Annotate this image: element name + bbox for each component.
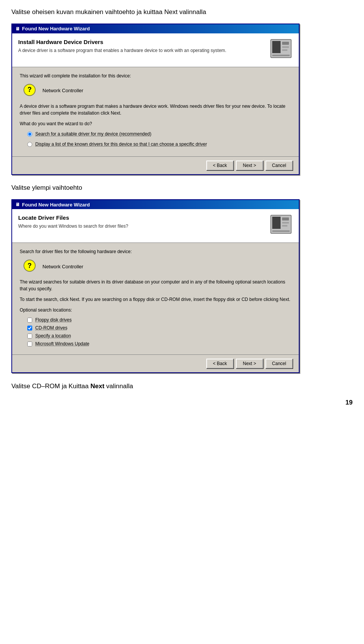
dialog2-checkbox-group: Floppy disk drives CD-ROM drives Specify…: [27, 317, 291, 346]
svg-rect-5: [272, 55, 290, 56]
dialog2-titlebar: 🖥 Found New Hardware Wizard: [12, 200, 299, 209]
dialog1-intro: This wizard will complete the installati…: [20, 72, 291, 79]
dialog2-intro: Search for driver files for the followin…: [20, 248, 291, 255]
mid-instruction: Valitse ylempi vaihtoehto: [11, 183, 353, 192]
bottom-bold: Next: [91, 383, 105, 390]
dialog2-device-name: Network Controller: [42, 264, 83, 269]
hardware-icon-2: [270, 214, 292, 234]
dialog2-cancel-button[interactable]: Cancel: [265, 359, 293, 368]
radio-search-label[interactable]: Search for a suitable driver for my devi…: [35, 131, 151, 137]
dialog1-header-icon: [270, 39, 293, 61]
dialog2-next-button[interactable]: Next >: [236, 359, 263, 368]
titlebar-icon: 🖥: [15, 26, 20, 31]
dialog1-question: What do you want the wizard to do?: [20, 120, 291, 127]
question-icon: ?: [24, 84, 37, 98]
dialog1-title: Found New Hardware Wizard: [22, 26, 90, 31]
dialog2-header-title: Locate Driver Files: [18, 214, 266, 221]
dialog2-header-icon: [270, 214, 293, 237]
dialog2-checkbox-item-4: Microsoft Windows Update: [27, 341, 291, 346]
svg-rect-1: [272, 41, 281, 53]
bottom-instruction: Valitse CD–ROM ja Kuittaa Next valinnall…: [11, 381, 353, 391]
dialog1-header: Install Hardware Device Drivers A device…: [12, 33, 299, 67]
checkbox-cdrom[interactable]: [27, 326, 32, 331]
dialog1-header-text: Install Hardware Device Drivers A device…: [18, 39, 266, 54]
checkbox-cdrom-label[interactable]: CD-ROM drives: [35, 325, 67, 331]
checkbox-specify[interactable]: [27, 334, 32, 339]
dialog2-checkbox-item-3: Specify a location: [27, 333, 291, 339]
svg-rect-10: [282, 225, 287, 227]
titlebar2-icon: 🖥: [15, 202, 20, 207]
checkbox-winupdate[interactable]: [27, 342, 32, 346]
dialog1-content: This wizard will complete the installati…: [12, 67, 299, 157]
svg-rect-4: [282, 49, 287, 51]
dialog2-footer: < Back Next > Cancel: [12, 354, 299, 372]
dialog2-body-text2: To start the search, click Next. If you …: [20, 296, 291, 303]
dialog2-checkbox-item-2: CD-ROM drives: [27, 325, 291, 331]
radio-search[interactable]: [27, 132, 32, 137]
dialog2-body: Locate Driver Files Where do you want Wi…: [12, 209, 299, 372]
dialog2-window: 🖥 Found New Hardware Wizard Locate Drive…: [11, 199, 300, 373]
dialog2-back-button[interactable]: < Back: [206, 359, 234, 368]
bottom-suffix: valinnalla: [104, 383, 133, 390]
dialog2-optional-label: Optional search locations:: [20, 307, 291, 313]
dialog1-footer: < Back Next > Cancel: [12, 156, 299, 174]
dialog1-cancel-button[interactable]: Cancel: [265, 161, 293, 170]
dialog2-header: Locate Driver Files Where do you want Wi…: [12, 209, 299, 243]
dialog1-header-title: Install Hardware Device Drivers: [18, 39, 266, 45]
dialog1-back-button[interactable]: < Back: [206, 161, 234, 170]
dialog2-header-text: Locate Driver Files Where do you want Wi…: [18, 214, 266, 230]
dialog2-title: Found New Hardware Wizard: [22, 202, 90, 208]
svg-rect-2: [282, 42, 289, 45]
radio-display-label[interactable]: Display a list of the known drivers for …: [35, 141, 207, 148]
bottom-dash: –: [41, 383, 45, 390]
dialog1-body: Install Hardware Device Drivers A device…: [12, 33, 299, 175]
dialog1-header-subtitle: A device driver is a software program th…: [18, 47, 231, 54]
dialog1-device-name: Network Controller: [42, 88, 83, 93]
svg-rect-9: [282, 222, 289, 224]
svg-rect-8: [282, 217, 289, 220]
dialog1-window: 🖥 Found New Hardware Wizard Install Hard…: [11, 24, 300, 175]
dialog1-radio-group: Search for a suitable driver for my devi…: [27, 131, 291, 148]
dialog2-content: Search for driver files for the followin…: [12, 243, 299, 354]
dialog1-body-text: A device driver is a software program th…: [20, 103, 291, 117]
dialog2-device-row: ? Network Controller: [24, 260, 291, 273]
svg-rect-7: [272, 217, 281, 229]
dialog2-checkbox-item-1: Floppy disk drives: [27, 317, 291, 323]
hardware-icon: [270, 39, 292, 58]
checkbox-specify-label[interactable]: Specify a location: [35, 333, 71, 339]
dialog1-device-row: ? Network Controller: [24, 84, 291, 98]
dialog1-radio-item-1: Search for a suitable driver for my devi…: [27, 131, 291, 137]
bottom-middle: ROM ja Kuittaa: [45, 383, 89, 390]
dialog1-titlebar: 🖥 Found New Hardware Wizard: [12, 24, 299, 33]
page-number: 19: [345, 399, 353, 406]
dialog1-next-button[interactable]: Next >: [236, 161, 263, 170]
bottom-prefix: Valitse CD: [11, 383, 41, 390]
checkbox-floppy[interactable]: [27, 318, 32, 323]
top-instruction: Valitse oheisen kuvan mukainen vaihtoeht…: [11, 8, 353, 17]
checkbox-floppy-label[interactable]: Floppy disk drives: [35, 317, 72, 323]
dialog1-radio-item-2: Display a list of the known drivers for …: [27, 141, 291, 148]
svg-rect-3: [282, 46, 289, 48]
checkbox-winupdate-label[interactable]: Microsoft Windows Update: [35, 341, 89, 346]
svg-rect-11: [272, 230, 290, 232]
dialog2-header-subtitle: Where do you want Windows to search for …: [18, 223, 231, 230]
radio-display[interactable]: [27, 142, 32, 147]
dialog2-body-text1: The wizard searches for suitable drivers…: [20, 279, 291, 292]
question-icon-2: ?: [24, 260, 37, 273]
